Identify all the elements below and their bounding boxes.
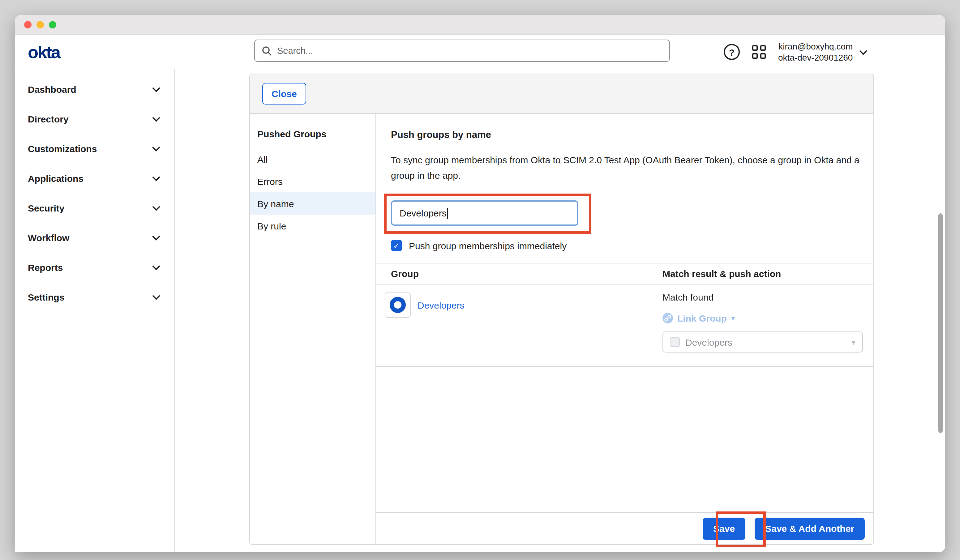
- chevron-down-icon: [152, 232, 160, 240]
- desktop: okta ? kiran@boxyhq.com okt: [0, 0, 960, 560]
- sidebar-item-label: Reports: [28, 262, 63, 272]
- checkbox-label: Push group memberships immediately: [409, 240, 566, 251]
- sidebar-item-workflow[interactable]: Workflow: [15, 222, 174, 252]
- group-link[interactable]: Developers: [418, 300, 464, 310]
- subnav-item-by-name[interactable]: By name: [250, 192, 376, 214]
- sidebar-item-label: Customizations: [28, 143, 97, 154]
- account-menu[interactable]: kiran@boxyhq.com okta-dev-20901260: [778, 41, 866, 63]
- link-icon: [662, 313, 673, 323]
- app-header: okta ? kiran@boxyhq.com okt: [15, 35, 945, 69]
- subnav-item-by-rule[interactable]: By rule: [250, 214, 376, 237]
- sidebar-item-reports[interactable]: Reports: [15, 252, 174, 282]
- chevron-down-icon: [152, 173, 160, 181]
- group-icon: [385, 292, 411, 318]
- subnav-item-all[interactable]: All: [250, 148, 376, 170]
- window-titlebar: [15, 15, 945, 35]
- sidebar-item-label: Dashboard: [28, 84, 77, 94]
- sidebar-item-label: Directory: [28, 114, 69, 124]
- header-actions: ? kiran@boxyhq.com okta-dev-20901260: [724, 35, 866, 69]
- group-name-input-value: Developers: [400, 208, 446, 218]
- sidebar-item-label: Applications: [28, 173, 83, 183]
- panel-header: Close: [250, 74, 874, 114]
- caret-down-icon: ▾: [731, 314, 735, 323]
- link-group-dropdown[interactable]: Link Group ▾: [662, 313, 864, 323]
- check-icon: ✓: [393, 241, 400, 250]
- chevron-down-icon: [152, 114, 160, 121]
- help-icon[interactable]: ?: [724, 44, 740, 60]
- subnav-item-errors[interactable]: Errors: [250, 170, 376, 192]
- push-groups-panel: Close Pushed Groups All Errors By name B…: [249, 74, 874, 545]
- match-result-text: Match found: [662, 292, 864, 302]
- chevron-down-icon: [152, 203, 160, 210]
- column-group: Group: [376, 269, 662, 279]
- chevron-down-icon: [152, 84, 160, 91]
- push-by-name-content: Push groups by name To sync group member…: [376, 114, 874, 544]
- group-name-input[interactable]: Developers: [391, 200, 578, 226]
- sidebar-item-settings[interactable]: Settings: [15, 282, 174, 312]
- sidebar-item-label: Workflow: [28, 232, 69, 243]
- group-ring-icon: [390, 297, 406, 313]
- account-org: okta-dev-20901260: [778, 52, 853, 63]
- sidebar-item-dashboard[interactable]: Dashboard: [15, 74, 174, 104]
- account-email: kiran@boxyhq.com: [778, 41, 853, 52]
- scrollbar[interactable]: [938, 213, 943, 433]
- group-placeholder-icon: [670, 337, 680, 347]
- question-glyph: ?: [729, 47, 734, 57]
- match-cell: Match found Link Group ▾: [662, 292, 864, 352]
- app-window: okta ? kiran@boxyhq.com okt: [15, 15, 945, 552]
- table-header: Group Match result & push action: [376, 263, 874, 285]
- panel-body: Pushed Groups All Errors By name By rule…: [250, 114, 874, 544]
- section-title: Push groups by name: [391, 129, 491, 141]
- minimize-window-button[interactable]: [37, 21, 44, 28]
- sidebar-item-security[interactable]: Security: [15, 193, 174, 222]
- search-box[interactable]: [254, 40, 670, 62]
- close-window-button[interactable]: [24, 21, 32, 28]
- text-cursor: [447, 208, 448, 219]
- link-group-label: Link Group: [677, 313, 727, 323]
- apps-grid-icon[interactable]: [752, 45, 766, 59]
- sidebar-item-customizations[interactable]: Customizations: [15, 134, 174, 163]
- sidebar-nav: Dashboard Directory Customizations Appli…: [15, 69, 175, 552]
- push-immediately-row: ✓ Push group memberships immediately: [391, 240, 566, 251]
- sidebar-item-applications[interactable]: Applications: [15, 163, 174, 193]
- pushed-groups-subnav: Pushed Groups All Errors By name By rule: [250, 114, 376, 544]
- panel-footer: Save Save & Add Another: [376, 512, 874, 544]
- save-add-another-button[interactable]: Save & Add Another: [755, 517, 865, 539]
- chevron-down-icon: [859, 47, 867, 54]
- sidebar-item-label: Security: [28, 203, 64, 213]
- sidebar-item-label: Settings: [28, 291, 64, 302]
- target-group-select[interactable]: Developers ▾: [662, 331, 863, 352]
- account-info: kiran@boxyhq.com okta-dev-20901260: [778, 41, 853, 63]
- zoom-window-button[interactable]: [49, 21, 56, 28]
- chevron-down-icon: [152, 262, 160, 270]
- sidebar-item-directory[interactable]: Directory: [15, 104, 174, 134]
- column-match-result: Match result & push action: [662, 269, 874, 279]
- search-icon: [262, 46, 272, 56]
- chevron-down-icon: [152, 143, 160, 151]
- target-group-value: Developers: [685, 337, 732, 347]
- close-button[interactable]: Close: [262, 83, 306, 104]
- search-input[interactable]: [277, 46, 662, 56]
- chevron-down-icon: [152, 291, 160, 299]
- okta-logo: okta: [28, 43, 60, 62]
- section-description: To sync group memberships from Okta to S…: [391, 152, 862, 183]
- save-button[interactable]: Save: [703, 517, 746, 539]
- table-row: Developers Match found: [376, 285, 874, 367]
- push-immediately-checkbox[interactable]: ✓: [391, 240, 402, 251]
- caret-down-icon: ▾: [851, 338, 856, 347]
- group-cell: Developers: [385, 292, 464, 318]
- subnav-title: Pushed Groups: [250, 122, 376, 148]
